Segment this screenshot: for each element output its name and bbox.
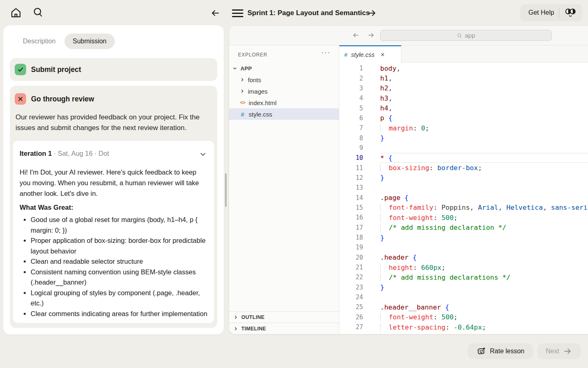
collapse-iteration-button[interactable] (198, 150, 207, 159)
editor-forward-button[interactable] (367, 31, 375, 39)
chevron-down-icon (199, 150, 207, 158)
code-line-7[interactable]: 7 margin: 0; (339, 123, 588, 133)
arrow-right-icon (367, 31, 375, 39)
line-number: 4 (339, 94, 363, 102)
file-tree-item-style-css[interactable]: #style.css (229, 108, 339, 120)
code-line-6[interactable]: 6p { (339, 113, 588, 123)
close-tab-button[interactable]: × (381, 51, 384, 58)
code-line-26[interactable]: 26 font-weight: 500; (339, 312, 588, 322)
code-line-13[interactable]: 13 (339, 183, 588, 193)
search-button[interactable] (32, 6, 44, 18)
line-content: /* add missing declaration */ (380, 223, 588, 233)
line-number: 11 (339, 164, 363, 172)
editor-back-button[interactable] (352, 31, 360, 39)
tab-bar: # style.css × (339, 45, 588, 63)
code-line-1[interactable]: 1body, (339, 63, 588, 73)
tab-description[interactable]: Description (16, 34, 62, 49)
indent-guide (380, 124, 389, 132)
lesson-menu-button[interactable] (232, 9, 243, 17)
tab-label: style.css (351, 51, 375, 58)
line-number: 12 (339, 174, 363, 182)
rate-lesson-button[interactable]: Rate lesson (468, 343, 533, 359)
editor-search-box[interactable]: app (380, 30, 552, 41)
line-number: 9 (339, 144, 363, 152)
arrow-left-icon (210, 8, 220, 18)
line-number: 10 (339, 154, 363, 162)
code-line-10[interactable]: 10* { (339, 153, 588, 163)
line-number: 5 (339, 105, 363, 112)
indent-guide (380, 224, 389, 231)
search-icon (457, 33, 462, 38)
tab-submission[interactable]: Submission (65, 34, 115, 49)
iteration-intro: Hi! I'm Dot, your AI reviewer. Here's qu… (20, 167, 207, 199)
code-line-5[interactable]: 5h4, (339, 103, 588, 113)
lesson-back-button[interactable] (210, 8, 220, 18)
line-number: 14 (339, 194, 363, 202)
file-tree-item-index-html[interactable]: <>index.html (229, 97, 339, 108)
code-line-23[interactable]: 23} (339, 283, 588, 292)
code-line-14[interactable]: 14.page { (339, 193, 588, 202)
feedback-list: Good use of a global reset for margins (… (20, 215, 207, 319)
folder-app[interactable]: APP (229, 63, 339, 74)
code-line-24[interactable]: 24 (339, 292, 588, 302)
line-content: } (380, 173, 588, 183)
line-number: 22 (339, 274, 363, 281)
code-line-25[interactable]: 25.header__banner { (339, 302, 588, 312)
code-line-19[interactable]: 19 (339, 242, 588, 252)
indent-guide (380, 323, 389, 331)
home-button[interactable] (10, 7, 22, 19)
explorer-more-button[interactable]: ··· (321, 49, 331, 57)
code-area[interactable]: 1body,2h1,3h2,4h3,5h4,6p {7 margin: 0;8}… (339, 63, 588, 334)
file-tree-item-fonts[interactable]: fonts (229, 74, 339, 85)
code-line-4[interactable]: 4h3, (339, 93, 588, 103)
code-line-20[interactable]: 20.header { (339, 253, 588, 263)
line-content: letter-spacing: -0.64px; (380, 322, 588, 332)
html-file-icon: <> (240, 100, 245, 105)
code-line-2[interactable]: 2h1, (339, 73, 588, 83)
lesson-forward-button[interactable] (367, 8, 377, 18)
line-content: h1, (380, 73, 588, 83)
line-number: 26 (339, 314, 363, 321)
tab-style-css[interactable]: # style.css × (339, 45, 401, 63)
line-number: 13 (339, 184, 363, 191)
css-file-icon: # (344, 52, 347, 58)
code-line-9[interactable]: 9 (339, 143, 588, 153)
line-content: font-weight: 500; (380, 312, 588, 322)
file-tree-item-images[interactable]: images (229, 85, 339, 97)
code-line-21[interactable]: 21 height: 660px; (339, 263, 588, 272)
line-content (380, 292, 588, 302)
code-line-22[interactable]: 22 /* add missing declarations */ (339, 272, 588, 282)
search-placeholder: app (465, 32, 475, 39)
line-content: height: 660px; (380, 263, 588, 272)
code-line-28[interactable]: 28 font-size: 16px; (339, 332, 588, 334)
get-help-button[interactable]: Get Help (520, 4, 582, 21)
indent-guide (380, 164, 389, 172)
rate-lesson-label: Rate lesson (490, 348, 525, 355)
code-line-8[interactable]: 8} (339, 133, 588, 143)
line-number: 21 (339, 264, 363, 271)
code-line-15[interactable]: 15 font-family: Poppins, Arial, Helvetic… (339, 203, 588, 213)
code-line-17[interactable]: 17 /* add missing declaration */ (339, 223, 588, 233)
code-line-27[interactable]: 27 letter-spacing: -0.64px; (339, 322, 588, 332)
get-help-label: Get Help (528, 9, 554, 16)
outline-section[interactable]: OUTLINE (229, 311, 339, 323)
code-line-16[interactable]: 16 font-weight: 500; (339, 213, 588, 222)
code-line-3[interactable]: 3h2, (339, 83, 588, 93)
next-button[interactable]: Next (537, 343, 581, 359)
code-line-11[interactable]: 11 box-sizing: border-box; (339, 163, 588, 173)
dot-mascot-icon (564, 8, 577, 18)
smiley-plus-icon (477, 347, 486, 356)
line-number: 2 (339, 75, 363, 82)
iteration-title: Iteration 1 (20, 150, 52, 157)
left-panel-scrollbar[interactable] (225, 173, 227, 207)
editor-column: # style.css × 1body,2h1,3h2,4h3,5h4,6p {… (339, 45, 588, 334)
timeline-section[interactable]: TIMELINE (229, 323, 339, 334)
feedback-bullet: Logical grouping of styles by component … (31, 288, 207, 309)
hamburger-icon (232, 9, 243, 11)
code-line-18[interactable]: 18} (339, 233, 588, 242)
indent-guide (380, 264, 389, 272)
code-editor-panel: app EXPLORER ··· APP fontsimages<>index.… (229, 25, 588, 334)
home-icon (10, 7, 22, 19)
submission-panel: Description Submission Submit project Go… (3, 25, 224, 334)
code-line-12[interactable]: 12} (339, 173, 588, 183)
